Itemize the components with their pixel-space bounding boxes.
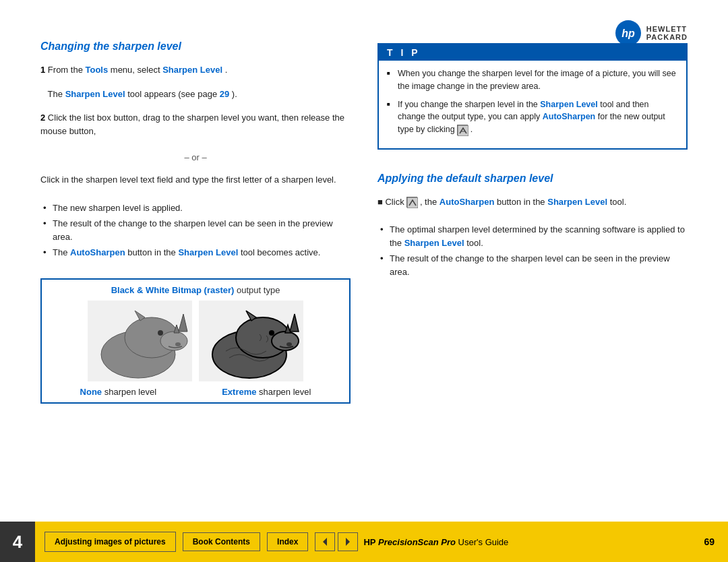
svg-text:hp: hp [621, 28, 635, 39]
changing-heading: Changing the sharpen level [40, 40, 351, 57]
apply-step-bullet: ■ [377, 197, 385, 207]
svg-rect-20 [458, 125, 468, 136]
step-2: 2 Click the list box button, drag to the… [40, 111, 351, 137]
step-1-text-before: From the [48, 65, 86, 75]
svg-marker-23 [346, 538, 350, 546]
tip-content: When you change the sharpen level for th… [379, 61, 686, 148]
page-content: Changing the sharpen level 1 From the To… [40, 40, 688, 515]
footer-right-text: HP PrecisionScan Pro User's Guide [363, 537, 508, 547]
apply-step: ■ Click , the AutoSharpen button in the … [377, 195, 688, 209]
step-1-sub-text: tool appears (see page [127, 89, 220, 99]
step-1-number: 1 [40, 65, 45, 75]
svg-point-10 [175, 342, 181, 346]
footer-user-guide: User's Guide [458, 537, 509, 547]
autosharpen-icon [457, 125, 468, 135]
autosharpen-apply-link[interactable]: AutoSharpen [439, 197, 495, 207]
sharpen-level-link-1[interactable]: Sharpen Level [162, 65, 222, 75]
output-type-text: output type [237, 285, 280, 295]
index-button[interactable]: Index [267, 532, 308, 551]
footer-nav-arrows [315, 532, 358, 551]
or-separator: – or – [40, 152, 351, 162]
left-bullets: The new sharpen level is applied. The re… [40, 201, 351, 262]
hp-brand-text: HEWLETT PACKARD [646, 25, 688, 41]
prev-page-button[interactable] [315, 532, 335, 551]
step-1-sub: The Sharpen Level tool appears (see page… [40, 88, 351, 101]
svg-point-19 [286, 342, 292, 346]
image-labels: None sharpen level Extreme sharpen level [47, 387, 344, 397]
page-29-link[interactable]: 29 [220, 89, 229, 99]
bullet-1: The new sharpen level is applied. [40, 201, 351, 215]
none-label: None sharpen level [80, 387, 156, 397]
rhino-right-svg [199, 301, 303, 381]
image-box-title: Black & White Bitmap (raster) output typ… [47, 285, 344, 295]
step-2-text: Click the list box button, drag to the s… [40, 113, 344, 136]
sharpen-apply-link[interactable]: Sharpen Level [547, 197, 607, 207]
tip-item-2: If you change the sharpen level in the S… [387, 98, 678, 136]
right-column: T I P When you change the sharpen level … [377, 40, 688, 515]
svg-point-17 [269, 330, 274, 336]
step-1-text-middle: menu, select [111, 65, 162, 75]
next-page-button[interactable] [338, 532, 358, 551]
step-1-text-end: . [225, 65, 228, 75]
step-1: 1 From the Tools menu, select Sharpen Le… [40, 63, 351, 77]
step-2-continued: Click in the sharpen level text field an… [40, 173, 351, 187]
sharpen-level-apply-link[interactable]: Sharpen Level [404, 238, 464, 248]
rhino-image-left [88, 301, 192, 381]
tools-link[interactable]: Tools [85, 65, 108, 75]
autosharpen-link-left[interactable]: AutoSharpen [70, 247, 125, 257]
rhino-left-svg [88, 301, 192, 381]
extreme-label: Extreme sharpen level [222, 387, 311, 397]
left-column: Changing the sharpen level 1 From the To… [40, 40, 351, 515]
adjusting-images-button[interactable]: Adjusting images of pictures [44, 532, 176, 553]
svg-marker-22 [323, 538, 327, 546]
autosharpen-tip-link[interactable]: AutoSharpen [543, 112, 595, 121]
sharpen-level-tip-link[interactable]: Sharpen Level [540, 100, 597, 109]
bullet-3: The AutoSharpen button in the Sharpen Le… [40, 246, 351, 259]
sharpen-level-link-3[interactable]: Sharpen Level [178, 247, 238, 257]
bitmap-raster-link[interactable]: Black & White Bitmap (raster) [111, 285, 235, 295]
tip-item-1: When you change the sharpen level for th… [387, 67, 678, 93]
tip-box: T I P When you change the sharpen level … [377, 43, 688, 150]
footer-hp-brand: HP [363, 537, 375, 547]
step-1-sub-end: ). [232, 89, 237, 99]
book-contents-button[interactable]: Book Contents [183, 532, 260, 551]
footer-product-name: PrecisionScan Pro [378, 537, 456, 547]
footer-page-number: 4 [0, 522, 35, 562]
apply-bullets: The optimal sharpen level determined by … [377, 223, 688, 281]
images-row [47, 301, 344, 381]
image-comparison-box: Black & White Bitmap (raster) output typ… [40, 278, 351, 404]
rhino-image-right [199, 301, 303, 381]
svg-point-8 [158, 330, 163, 336]
applying-heading: Applying the default sharpen level [377, 173, 688, 189]
apply-bullet-1: The optimal sharpen level determined by … [377, 223, 688, 249]
step-1-sub-indent: The [40, 89, 65, 99]
bullet-2: The result of the change to the sharpen … [40, 217, 351, 243]
footer-page-num: 69 [704, 536, 715, 547]
apply-bullet-2: The result of the change to the sharpen … [377, 252, 688, 278]
footer-bar: 4 Adjusting images of pictures Book Cont… [0, 522, 728, 562]
svg-rect-21 [407, 197, 418, 208]
autosharpen-icon-2 [406, 197, 417, 208]
tip-list: When you change the sharpen level for th… [387, 67, 678, 136]
tip-header: T I P [379, 44, 686, 61]
sharpen-level-link-2[interactable]: Sharpen Level [65, 89, 125, 99]
step-2-number: 2 [40, 113, 45, 123]
